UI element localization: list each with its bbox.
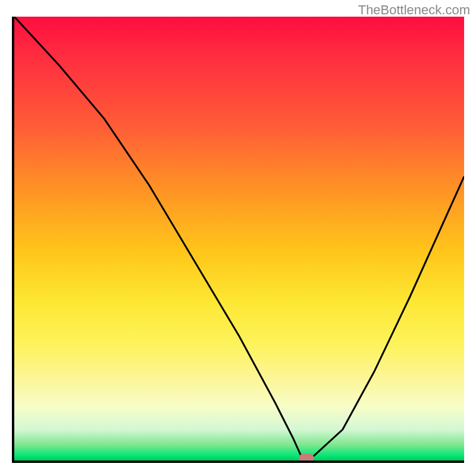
watermark-text: TheBottleneck.com: [358, 2, 470, 18]
bottleneck-curve: [14, 17, 464, 461]
chart-container: TheBottleneck.com: [0, 0, 476, 476]
plot-area: [12, 17, 464, 463]
bottleneck-marker: [299, 454, 314, 462]
